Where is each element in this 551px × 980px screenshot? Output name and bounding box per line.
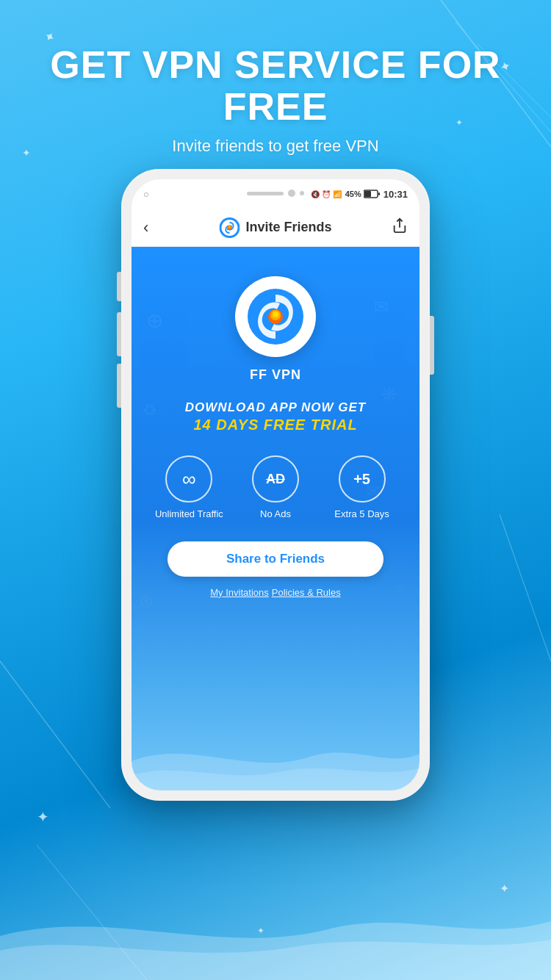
svg-text:⊛: ⊛: [139, 591, 154, 610]
no-ads-icon: AD: [266, 472, 285, 487]
svg-text:⊕: ⊕: [146, 309, 163, 332]
extra-days-icon: +5: [353, 471, 370, 488]
download-section: DOWNLOAD APP NOW GET 14 DAYS FREE TRIAL: [185, 400, 366, 433]
app-content: ⊕ ✉ ♻ ❋ ⊕ ✉ ⊛ ♾: [132, 247, 419, 790]
phone-notch: [247, 190, 304, 197]
download-line2: 14 DAYS FREE TRIAL: [185, 417, 366, 433]
share-icon-button[interactable]: [392, 217, 408, 237]
extra-days-icon-circle: +5: [339, 455, 386, 502]
share-to-friends-button[interactable]: Share to Friends: [168, 541, 383, 577]
extra-days-label: Extra 5 Days: [334, 508, 389, 521]
app-header: ‹ Invite Friends: [132, 209, 419, 247]
sub-title: Invite friends to get free VPN: [0, 137, 551, 156]
unlimited-traffic-icon-circle: ∞: [165, 455, 212, 502]
no-ads-icon-circle: AD: [252, 455, 299, 502]
phone-camera: [288, 190, 295, 197]
status-right-area: 🔇 ⏰ 📶 45% 10:31: [311, 189, 408, 200]
svg-text:♾: ♾: [392, 579, 406, 595]
svg-line-5: [37, 845, 147, 980]
app-logo-icon: [219, 217, 240, 238]
status-left-indicator: ○: [143, 189, 149, 200]
phone-sensor: [300, 191, 304, 195]
status-mute-icon: 🔇: [311, 190, 320, 198]
share-btn-text: Share to Friends: [226, 552, 325, 566]
wave-decoration: [132, 732, 419, 790]
svg-text:❋: ❋: [381, 383, 397, 406]
header-section: GET VPN SERVICE FOR FREE Invite friends …: [0, 44, 551, 156]
status-alarm-icon: ⏰: [322, 190, 331, 198]
back-button[interactable]: ‹: [143, 218, 148, 237]
app-header-title: Invite Friends: [245, 220, 331, 235]
phone-screen: ○ 🔇 ⏰ 📶 45% 10:31 ‹: [132, 179, 419, 790]
status-battery-text: 45%: [345, 190, 361, 198]
svg-point-12: [228, 226, 231, 228]
svg-rect-8: [378, 192, 380, 195]
my-invitations-link[interactable]: My Invitations: [210, 587, 268, 598]
vpn-logo-svg: [246, 287, 305, 346]
svg-line-3: [0, 661, 110, 808]
svg-line-4: [500, 514, 551, 661]
status-time: 10:31: [383, 189, 408, 200]
vpn-logo-circle: [235, 276, 316, 357]
status-battery-icon: [364, 190, 380, 198]
features-row: ∞ Unlimited Traffic AD No Ads: [146, 455, 406, 521]
svg-rect-7: [364, 191, 371, 197]
svg-point-25: [273, 311, 278, 317]
no-ads-label: No Ads: [260, 508, 291, 521]
status-wifi-icon: 📶: [333, 190, 342, 198]
vpn-logo-section: FF VPN: [235, 276, 316, 383]
unlimited-traffic-icon: ∞: [182, 468, 196, 491]
feature-unlimited-traffic: ∞ Unlimited Traffic: [152, 455, 226, 521]
feature-extra-days: +5 Extra 5 Days: [325, 455, 399, 521]
download-line1: DOWNLOAD APP NOW GET: [185, 400, 366, 415]
phone-button-power: [430, 316, 434, 375]
phone-button-vol-down: [117, 364, 121, 408]
bottom-links: My Invitations Policies & Rules: [210, 587, 340, 598]
vpn-name-label: FF VPN: [250, 367, 301, 383]
bottom-wave-bg: [0, 892, 551, 980]
phone-button-vol-up: [117, 312, 121, 356]
svg-text:✉: ✉: [374, 297, 389, 317]
phone-button-mute: [117, 272, 121, 301]
phone-outer-frame: ○ 🔇 ⏰ 📶 45% 10:31 ‹: [121, 169, 430, 801]
policies-rules-link[interactable]: Policies & Rules: [272, 587, 341, 598]
svg-text:♻: ♻: [143, 401, 157, 419]
phone-speaker: [247, 192, 284, 195]
app-header-center: Invite Friends: [219, 217, 331, 238]
unlimited-traffic-label: Unlimited Traffic: [155, 508, 223, 521]
main-title: GET VPN SERVICE FOR FREE: [0, 44, 551, 128]
phone-mockup: ○ 🔇 ⏰ 📶 45% 10:31 ‹: [121, 169, 430, 801]
feature-no-ads: AD No Ads: [239, 455, 312, 521]
